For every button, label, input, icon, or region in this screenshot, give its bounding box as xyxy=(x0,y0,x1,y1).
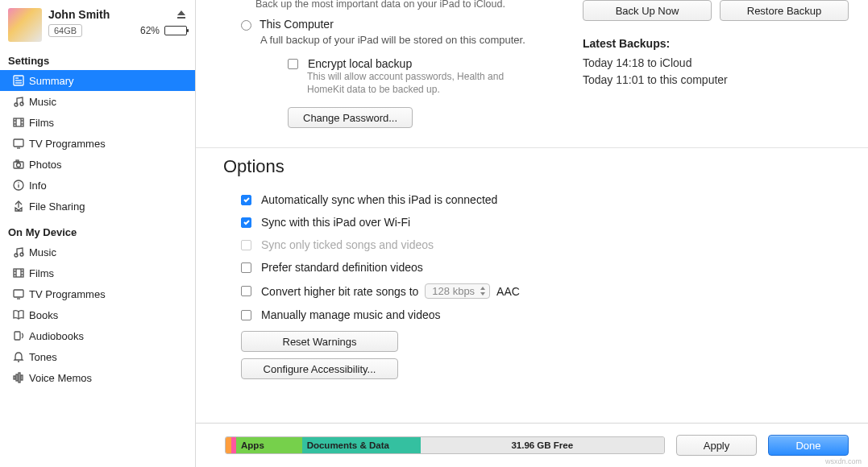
sidebar-item-label: Info xyxy=(29,180,47,192)
sidebar-item-music[interactable]: Music xyxy=(0,91,195,112)
manual-manage-checkbox[interactable] xyxy=(241,310,251,320)
sidebar-item-label: Music xyxy=(29,96,56,108)
sidebar-item-label: Audiobooks xyxy=(29,330,84,342)
device-thumbnail xyxy=(8,8,42,42)
sidebar-item-d-tones[interactable]: Tones xyxy=(0,346,195,367)
bell-icon xyxy=(8,350,29,363)
bitrate-select[interactable]: 128 kbps xyxy=(425,283,490,299)
ticked-only-label: Sync only ticked songs and videos xyxy=(261,238,434,251)
svg-rect-6 xyxy=(14,118,23,126)
sidebar-item-info[interactable]: Info xyxy=(0,175,195,196)
sd-video-checkbox[interactable] xyxy=(241,262,251,273)
this-computer-label: This Computer xyxy=(260,18,334,31)
sidebar-item-label: Summary xyxy=(29,75,74,87)
main-panel: Back up the most important data on your … xyxy=(196,0,868,467)
svg-rect-39 xyxy=(21,375,23,380)
sidebar-item-label: Photos xyxy=(29,159,61,171)
sidebar-item-label: File Sharing xyxy=(29,200,85,213)
auto-sync-checkbox[interactable] xyxy=(241,195,251,205)
sidebar-item-tv[interactable]: TV Programmes xyxy=(0,133,195,154)
music-icon xyxy=(8,246,29,258)
sidebar-item-photos[interactable]: Photos xyxy=(0,154,195,175)
settings-header: Settings xyxy=(0,50,195,70)
sidebar-item-label: Films xyxy=(29,117,54,129)
icloud-backup-desc: Back up the most important data on your … xyxy=(255,0,567,10)
sidebar-item-label: Books xyxy=(29,309,58,321)
ticked-only-checkbox xyxy=(241,240,251,250)
sidebar: John Smith 64GB 62% Settings SummaryMusi… xyxy=(0,0,196,467)
svg-rect-36 xyxy=(14,376,15,379)
watermark: wsxdn.com xyxy=(825,457,862,465)
book-icon xyxy=(8,308,29,321)
sd-video-label: Prefer standard definition videos xyxy=(261,261,423,274)
sidebar-item-label: Films xyxy=(29,267,54,279)
sidebar-item-summary[interactable]: Summary xyxy=(0,70,195,91)
footer: Apps Documents & Data 31.96 GB Free Appl… xyxy=(196,423,868,467)
info-icon xyxy=(8,179,29,192)
sidebar-item-filesharing[interactable]: File Sharing xyxy=(0,196,195,217)
storage-bar: Apps Documents & Data 31.96 GB Free xyxy=(225,436,665,454)
configure-accessibility-button[interactable]: Configure Accessibility... xyxy=(241,358,398,379)
latest-backup-line: Today 11:01 to this computer xyxy=(583,72,849,89)
storage-free-segment: 31.96 GB Free xyxy=(421,437,665,453)
svg-point-16 xyxy=(17,163,21,167)
on-my-device-header: On My Device xyxy=(0,221,195,242)
summary-icon xyxy=(8,74,29,87)
encrypt-checkbox[interactable] xyxy=(288,59,298,69)
sidebar-item-d-music[interactable]: Music xyxy=(0,242,195,262)
sidebar-item-films[interactable]: Films xyxy=(0,112,195,133)
sidebar-item-d-audio[interactable]: Audiobooks xyxy=(0,325,195,346)
tv-icon xyxy=(8,137,29,150)
svg-point-20 xyxy=(18,182,19,183)
latest-backup-line: Today 14:18 to iCloud xyxy=(583,55,849,72)
svg-rect-31 xyxy=(14,290,23,297)
audiobook-icon xyxy=(8,329,29,342)
svg-rect-24 xyxy=(14,269,23,277)
wifi-sync-checkbox[interactable] xyxy=(241,217,251,228)
convert-bitrate-label: Convert higher bit rate songs to xyxy=(261,285,418,298)
encrypt-desc: This will allow account passwords, Healt… xyxy=(307,70,534,96)
change-password-button[interactable]: Change Password... xyxy=(288,107,413,128)
svg-rect-17 xyxy=(16,160,19,162)
done-button[interactable]: Done xyxy=(768,435,849,456)
svg-rect-13 xyxy=(14,139,23,147)
wifi-sync-label: Sync with this iPad over Wi-Fi xyxy=(261,216,410,229)
back-up-now-button[interactable]: Back Up Now xyxy=(583,0,712,21)
storage-docs-segment: Documents & Data xyxy=(302,437,421,453)
tv-icon xyxy=(8,287,29,300)
film-icon xyxy=(8,116,29,129)
memo-icon xyxy=(8,371,29,384)
this-computer-desc: A full backup of your iPad will be store… xyxy=(260,34,567,46)
eject-icon[interactable] xyxy=(176,9,187,20)
reset-warnings-button[interactable]: Reset Warnings xyxy=(241,331,398,352)
aac-label: AAC xyxy=(496,285,520,298)
svg-point-4 xyxy=(15,103,18,106)
this-computer-radio[interactable] xyxy=(241,20,251,31)
sidebar-item-d-films[interactable]: Films xyxy=(0,262,195,283)
restore-backup-button[interactable]: Restore Backup xyxy=(720,0,849,21)
svg-point-23 xyxy=(20,253,23,256)
sidebar-item-d-memos[interactable]: Voice Memos xyxy=(0,367,195,388)
svg-rect-34 xyxy=(15,332,20,340)
sidebar-item-d-books[interactable]: Books xyxy=(0,304,195,325)
svg-point-22 xyxy=(15,254,18,257)
manual-manage-label: Manually manage music and videos xyxy=(261,308,441,321)
music-icon xyxy=(8,95,29,108)
convert-bitrate-checkbox[interactable] xyxy=(241,286,251,296)
encrypt-label: Encrypt local backup xyxy=(308,57,412,70)
apply-button[interactable]: Apply xyxy=(676,435,757,456)
storage-apps-segment: Apps xyxy=(236,437,302,453)
svg-point-5 xyxy=(20,102,23,105)
device-name: John Smith xyxy=(48,8,110,21)
svg-rect-38 xyxy=(19,373,20,382)
device-header: John Smith 64GB 62% xyxy=(0,5,195,50)
sidebar-item-label: TV Programmes xyxy=(29,288,106,300)
share-icon xyxy=(8,200,29,213)
battery-percent: 62% xyxy=(140,25,160,36)
sidebar-item-d-tv[interactable]: TV Programmes xyxy=(0,283,195,304)
battery-indicator: 62% xyxy=(140,25,187,36)
svg-rect-37 xyxy=(16,374,18,381)
sidebar-item-label: Voice Memos xyxy=(29,372,92,384)
auto-sync-label: Automatically sync when this iPad is con… xyxy=(261,193,497,206)
capacity-badge: 64GB xyxy=(48,24,82,37)
